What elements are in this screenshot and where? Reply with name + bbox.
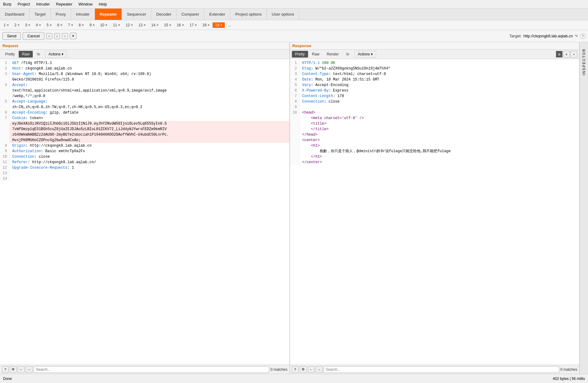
tab-dashboard[interactable]: Dashboard: [0, 9, 30, 20]
req-search-help-icon[interactable]: ?: [2, 366, 9, 373]
request-search-bar: ? ⚙ ← → 0 matches: [0, 365, 289, 374]
resp-line-10d: </title>: [290, 126, 579, 132]
menu-help[interactable]: Help: [96, 1, 110, 8]
sub-tab-8[interactable]: 8 ×: [76, 22, 86, 28]
req-search-next-icon[interactable]: →: [26, 366, 32, 373]
target-url: http://ckqongk8.lab.aqlab.cn: [523, 34, 573, 38]
help-icon[interactable]: ?: [580, 33, 586, 39]
resp-line-10: 10 <head>: [290, 110, 579, 115]
req-search-gear-icon[interactable]: ⚙: [10, 366, 17, 373]
response-search-input[interactable]: [324, 366, 559, 373]
view-vertical-icon[interactable]: ▪: [571, 51, 577, 58]
nav-prev2-button[interactable]: ‹: [54, 33, 60, 39]
tab-repeater[interactable]: Repeater: [95, 9, 122, 20]
resp-line-2: 2 Etag: W/"b2-a2ZX60gokng5NSu1On19j4mThX…: [290, 66, 579, 71]
sub-tab-5[interactable]: 5 ×: [44, 22, 54, 28]
tab-decoder[interactable]: Decoder: [151, 9, 176, 20]
sub-tab-16[interactable]: 16 ×: [174, 22, 187, 28]
response-format-tabs: Pretty Raw Render \n Actions ▾ ⊞ ≡ ▪: [290, 50, 579, 59]
menu-bar: Burp Project Intruder Repeater Window He…: [0, 0, 588, 9]
request-code-area[interactable]: 1 GET /f14g HTTP/1.1 2 Host: ckqongk8.la…: [0, 59, 289, 365]
sub-tab-6[interactable]: 6 ×: [55, 22, 65, 28]
tab-proxy[interactable]: Proxy: [51, 9, 71, 20]
tab-extender[interactable]: Extender: [204, 9, 230, 20]
view-split-icon[interactable]: ⊞: [556, 51, 563, 58]
req-line-5: 5 Accept-Language:: [0, 99, 289, 104]
req-line-3b: Gecko/20100101 Firefox/115.0: [0, 77, 289, 82]
resp-tab-render[interactable]: Render: [323, 51, 342, 58]
req-tab-pretty[interactable]: Pretty: [2, 51, 18, 58]
response-code-area[interactable]: 1 HTTP/1.1 200 OK 2 Etag: W/"b2-a2ZX60go…: [290, 59, 579, 365]
sub-tab-19[interactable]: 19 ×: [213, 22, 225, 28]
inspector-label: INSPECTOR: [582, 48, 586, 75]
status-left: Done: [3, 377, 12, 381]
request-panel-header: Request: [0, 42, 289, 50]
req-line-2: 2 Host: ckqongk8.lab.aqlab.cn: [0, 66, 289, 71]
nav-next-button[interactable]: ›: [62, 33, 68, 39]
resp-search-gear-icon[interactable]: ⚙: [300, 366, 307, 373]
req-tab-newline[interactable]: \n: [33, 51, 43, 58]
resp-tab-pretty[interactable]: Pretty: [292, 51, 308, 58]
menu-project[interactable]: Project: [14, 1, 33, 8]
sub-tab-14[interactable]: 14 ×: [149, 22, 161, 28]
toolbar: Send Cancel ‹ ‹ › ▾ Target: http://ckqon…: [0, 30, 588, 42]
resp-line-9: 9: [290, 104, 579, 110]
sub-tab-7[interactable]: 7 ×: [66, 22, 76, 28]
sub-tab-1[interactable]: 1 ×: [1, 22, 11, 28]
resp-tab-newline[interactable]: \n: [343, 51, 352, 58]
sub-tab-13[interactable]: 13 ×: [136, 22, 148, 28]
view-mode-buttons: ⊞ ≡ ▪: [556, 51, 577, 58]
tab-comparer[interactable]: Comparer: [176, 9, 204, 20]
sub-tab-more[interactable]: ...: [225, 22, 233, 28]
request-search-matches: 0 matches: [270, 367, 287, 372]
request-format-tabs: Pretty Raw \n Actions ▾: [0, 50, 289, 59]
tab-project-options[interactable]: Project options: [230, 9, 267, 20]
sub-tab-11[interactable]: 11 ×: [111, 22, 123, 28]
req-actions-button[interactable]: Actions ▾: [45, 51, 67, 58]
menu-intruder[interactable]: Intruder: [33, 1, 53, 8]
view-horizontal-icon[interactable]: ≡: [563, 51, 570, 58]
resp-search-prev-icon[interactable]: ←: [308, 366, 315, 373]
request-panel: Request Pretty Raw \n Actions ▾ 1 GET /f…: [0, 42, 290, 374]
sub-tab-2[interactable]: 2 ×: [12, 22, 22, 28]
req-line-4c: /webp,*/*;q=0.8: [0, 93, 289, 99]
resp-line-3: 3 Content-Type: text/html; charset=utf-8: [290, 71, 579, 77]
sub-tab-bar: 1 × 2 × 3 × 4 × 5 × 6 × 7 × 8 × 9 × 10 ×…: [0, 20, 588, 30]
req-line-7d: zG49WkWAABBZz2dAUGO-2myBU7e2sbociah1P194…: [0, 132, 289, 137]
sub-tab-3[interactable]: 3 ×: [23, 22, 33, 28]
sub-tab-4[interactable]: 4 ×: [33, 22, 43, 28]
resp-search-next-icon[interactable]: →: [316, 366, 322, 373]
nav-prev-button[interactable]: ‹: [46, 33, 52, 39]
menu-repeater[interactable]: Repeater: [53, 1, 75, 8]
req-line-4b: text/html,application/xhtml+xml,applicat…: [0, 88, 289, 93]
resp-line-10e: </head>: [290, 132, 579, 137]
edit-icon[interactable]: ✎: [575, 34, 578, 38]
sub-tab-9[interactable]: 9 ×: [87, 22, 97, 28]
tab-user-options[interactable]: User options: [267, 9, 299, 20]
resp-line-10i: </h1>: [290, 154, 579, 160]
send-button[interactable]: Send: [2, 32, 21, 40]
req-line-3: 3 User-Agent: Mozilla/5.0 (Windows NT 10…: [0, 71, 289, 77]
tab-intruder[interactable]: Intruder: [71, 9, 95, 20]
req-line-14: 14: [0, 176, 289, 182]
sub-tab-18[interactable]: 18 ×: [200, 22, 212, 28]
sub-tab-10[interactable]: 10 ×: [98, 22, 110, 28]
resp-line-10j: </center>: [290, 160, 579, 165]
menu-window[interactable]: Window: [75, 1, 96, 8]
sub-tab-15[interactable]: 15 ×: [162, 22, 174, 28]
req-tab-raw[interactable]: Raw: [19, 51, 33, 58]
menu-burp[interactable]: Burp: [0, 1, 14, 8]
req-line-7c: 7vWfOmzp1qES1BGh5cuZ8jUaIEJDJAoSzLBIuL01…: [0, 126, 289, 132]
cancel-button[interactable]: Cancel: [23, 32, 44, 40]
request-search-input[interactable]: [34, 366, 269, 373]
req-line-5b: zh-CN,zh;q=0.8,zh-TW;q=0.7,zh-HK;q=0.5,e…: [0, 104, 289, 110]
resp-search-help-icon[interactable]: ?: [292, 366, 299, 373]
sub-tab-12[interactable]: 12 ×: [123, 22, 136, 28]
nav-dropdown-button[interactable]: ▾: [70, 33, 77, 39]
sub-tab-17[interactable]: 17 ×: [187, 22, 199, 28]
tab-sequencer[interactable]: Sequencer: [122, 9, 151, 20]
resp-tab-raw[interactable]: Raw: [309, 51, 323, 58]
req-search-prev-icon[interactable]: ←: [18, 366, 24, 373]
resp-actions-button[interactable]: Actions ▾: [354, 51, 376, 58]
tab-target[interactable]: Target: [30, 9, 51, 20]
